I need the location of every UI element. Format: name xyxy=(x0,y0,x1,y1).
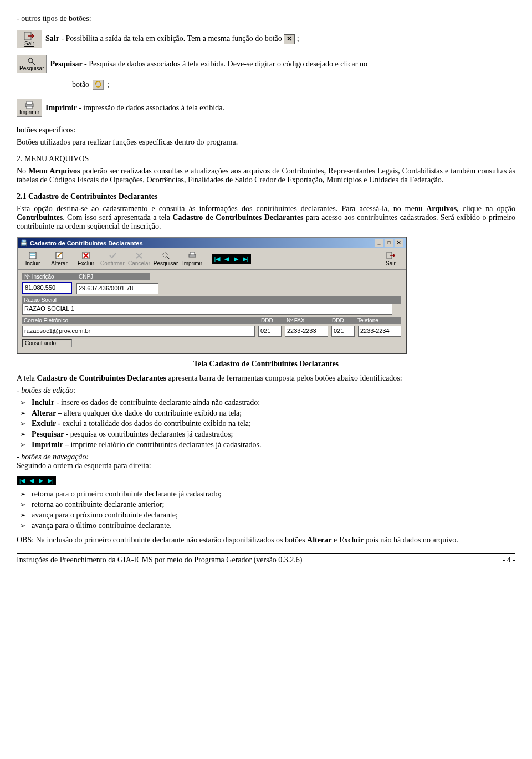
razao-field[interactable]: RAZAO SOCIAL 1 xyxy=(22,304,392,315)
imprimir-line: Imprimir Imprimir - impressão de dados a… xyxy=(17,99,515,117)
footer-left: Instruções de Preenchimento da GIA-ICMS … xyxy=(17,556,303,565)
svg-line-2 xyxy=(32,62,35,65)
pesquisar-button-icon: Pesquisar xyxy=(17,55,47,73)
nav-first-small-icon: |◀ xyxy=(18,477,26,484)
cadastro-subtitle: 2.1 Cadastro de Contribuintes Declarante… xyxy=(17,192,515,201)
page-footer: Instruções de Preenchimento da GIA-ICMS … xyxy=(17,553,515,565)
nav-first-icon[interactable]: |◀ xyxy=(213,255,221,263)
pesquisar-button[interactable]: Pesquisar xyxy=(153,250,178,268)
maximize-icon[interactable]: □ xyxy=(385,239,393,247)
list-item: Excluir - exclui a totalidade dos dados … xyxy=(20,419,515,428)
excluir-button[interactable]: Excluir xyxy=(73,250,99,268)
minimize-icon[interactable]: _ xyxy=(375,239,383,247)
list-item: Pesquisar - pesquisa os contribuintes de… xyxy=(20,430,515,439)
other-buttons-heading: - outros tipos de botões: xyxy=(17,14,515,23)
inscricao-field[interactable]: 81.080.550 xyxy=(22,282,72,294)
svg-rect-5 xyxy=(27,106,32,109)
label-telefone: Telefone xyxy=(356,317,401,324)
list-item: retorna ao contribuinte declarante anter… xyxy=(20,500,515,509)
window-title: Cadastro de Contribuintes Declarantes xyxy=(30,240,143,247)
sair-label: Sair xyxy=(45,34,59,43)
cnpj-field[interactable]: 29.637.436/0001-78 xyxy=(76,283,158,294)
list-item: avança para o último contribuinte declar… xyxy=(20,521,515,530)
nav-small-icons: |◀ ◀ ▶ ▶| xyxy=(17,476,56,485)
sair-button[interactable]: Sair xyxy=(378,250,403,268)
nav-prev-small-icon: ◀ xyxy=(28,477,35,484)
alterar-button[interactable]: Alterar xyxy=(47,250,72,268)
ddd2-field[interactable]: 021 xyxy=(331,326,355,337)
nav-next-icon[interactable]: ▶ xyxy=(232,255,240,263)
form-area: Nº Inscrição CNPJ 81.080.550 29.637.436/… xyxy=(18,270,406,353)
status-text: Consultando xyxy=(22,339,72,347)
pesquisar-line-2: botão ; xyxy=(72,80,515,90)
label-ddd1: DDD xyxy=(259,317,285,324)
pesquisar-line: Pesquisar Pesquisar - Pesquisa de dados … xyxy=(17,55,515,73)
svg-point-1 xyxy=(28,58,33,63)
svg-line-16 xyxy=(167,257,169,259)
list-item: Incluir - insere os dados de contribuint… xyxy=(20,398,515,407)
nav-prev-icon[interactable]: ◀ xyxy=(223,255,231,263)
screenshot-caption: Tela Cadastro de Contribuintes Declarant… xyxy=(17,360,515,368)
correio-field[interactable]: razaosoc1@prov.com.br xyxy=(22,326,255,337)
nav-last-small-icon: ▶| xyxy=(47,477,54,484)
botoes-especificos-desc: Botões utilizados para realizar funções … xyxy=(17,138,515,147)
ddd1-field[interactable]: 021 xyxy=(258,326,282,337)
footer-right: - 4 - xyxy=(503,556,515,565)
pesquisar-label: Pesquisar - xyxy=(50,60,89,68)
nav-list: retorna para o primeiro contribuinte dec… xyxy=(17,490,515,530)
label-cnpj: CNPJ xyxy=(76,273,95,280)
fax-field[interactable]: 2233-2233 xyxy=(285,326,328,337)
sair-button-icon: Sair xyxy=(17,30,42,48)
svg-point-15 xyxy=(163,253,167,257)
sair-line: Sair Sair - Possibilita a saída da tela … xyxy=(17,30,515,48)
menu-arquivos-heading: 2. MENU ARQUIVOS xyxy=(17,155,515,163)
label-ddd2: DDD xyxy=(330,317,356,324)
menu-arquivos-p1: No Menu Arquivos poderão ser realizadas … xyxy=(17,167,515,184)
refresh-icon xyxy=(93,80,104,90)
tel-field[interactable]: 2233-2234 xyxy=(358,326,401,337)
list-item: avança para o próximo contribuinte decla… xyxy=(20,511,515,520)
label-inscricao: Nº Inscrição xyxy=(22,273,76,280)
incluir-button[interactable]: Incluir xyxy=(20,250,45,268)
confirmar-button: Confirmar xyxy=(100,250,125,268)
label-razao: Razão Social xyxy=(22,296,401,304)
obs-text: OBS: Na inclusão do primeiro contribuint… xyxy=(17,536,515,545)
list-item: retorna para o primeiro contribuinte dec… xyxy=(20,490,515,499)
svg-rect-18 xyxy=(190,252,195,255)
window-titlebar: 📇 Cadastro de Contribuintes Declarantes … xyxy=(18,238,406,248)
nav-next-small-icon: ▶ xyxy=(37,477,45,484)
nav-last-icon[interactable]: ▶| xyxy=(242,255,249,263)
toolbar-intro: A tela Cadastro de Contribuintes Declara… xyxy=(17,374,515,383)
close-icon: ✕ xyxy=(284,34,295,44)
label-fax: Nº FAX xyxy=(285,317,330,324)
title-icon: 📇 xyxy=(20,239,28,247)
edicao-heading: - botões de edição: xyxy=(17,386,515,395)
close-window-icon[interactable]: ✕ xyxy=(395,239,403,247)
list-item: Alterar – altera qualquer dos dados do c… xyxy=(20,409,515,418)
cadastro-p: Esta opção destina-se ao cadastramento e… xyxy=(17,204,515,231)
imprimir-label: Imprimir - xyxy=(45,104,83,112)
botoes-especificos-heading: botões específicos: xyxy=(17,126,515,135)
imprimir-button[interactable]: Imprimir xyxy=(180,250,205,268)
cancelar-button: Cancelar xyxy=(126,250,152,268)
window-toolbar: Incluir Alterar Excluir Confirmar Cancel… xyxy=(18,248,406,270)
edicao-list: Incluir - insere os dados de contribuint… xyxy=(17,398,515,449)
cadastro-window: 📇 Cadastro de Contribuintes Declarantes … xyxy=(17,237,407,354)
list-item: Imprimir – imprime relatório de contribu… xyxy=(20,440,515,449)
nav-heading: - botões de navegação: Seguindo a ordem … xyxy=(17,453,515,470)
svg-rect-4 xyxy=(27,101,32,104)
nav-group: |◀ ◀ ▶ ▶| xyxy=(212,254,251,264)
imprimir-button-icon: Imprimir xyxy=(17,99,42,117)
label-correio: Correio Eletrônico xyxy=(22,317,259,324)
